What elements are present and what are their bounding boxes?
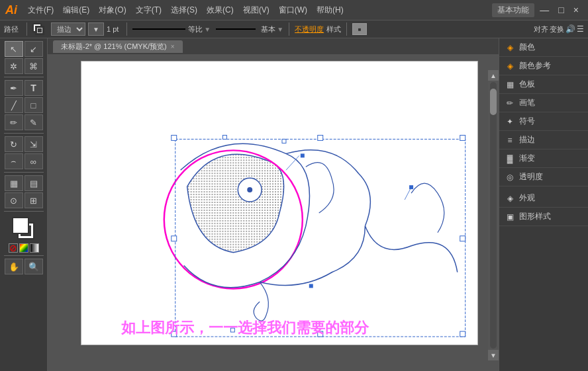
- transparency-icon: ◎: [505, 172, 515, 183]
- fill-swatch[interactable]: [12, 217, 29, 234]
- scroll-thumb[interactable]: [490, 89, 497, 115]
- column-graph-tool[interactable]: ▦: [5, 175, 23, 191]
- tool-row-3: ✒ T: [5, 80, 43, 96]
- warp-tool[interactable]: ⌢: [5, 153, 23, 169]
- tools-panel: ↖ ↙ ✲ ⌘ ✒ T ╱ □ ✏ ✎ ↻ ⇲ ⌢ ∞ ▦: [0, 38, 48, 371]
- panel-graphic-styles[interactable]: ▣ 图形样式: [499, 208, 588, 226]
- pencil-tool[interactable]: ✎: [24, 114, 43, 130]
- color-swatches: ⊘: [9, 217, 39, 253]
- tab-close-button[interactable]: ×: [171, 43, 175, 50]
- gradient-btn[interactable]: [30, 243, 39, 253]
- svg-rect-8: [172, 236, 177, 241]
- rotate-tool[interactable]: ↻: [5, 136, 23, 152]
- close-button[interactable]: ×: [569, 5, 583, 15]
- toolbar-separator-4: [346, 22, 347, 36]
- svg-rect-5: [172, 135, 177, 140]
- hand-tool[interactable]: ✋: [5, 259, 23, 274]
- base-label: 基本: [261, 24, 275, 34]
- maximize-button[interactable]: □: [554, 5, 567, 15]
- stroke-options-icon[interactable]: ▼: [88, 22, 104, 36]
- panel-transparency-label: 透明度: [519, 171, 543, 183]
- menu-view[interactable]: 视图(V): [239, 3, 273, 17]
- symbol-tool[interactable]: ⊙: [5, 192, 23, 208]
- color-mode-btn[interactable]: [19, 243, 28, 253]
- tool-row-6: ↻ ⇲: [5, 136, 43, 152]
- text-tool[interactable]: T: [24, 80, 43, 96]
- scroll-down-button[interactable]: ▼: [488, 350, 499, 360]
- ratio-label: 等比: [188, 24, 203, 34]
- panel-color[interactable]: ◈ 颜色: [499, 38, 588, 57]
- shape-tool[interactable]: □: [24, 97, 43, 113]
- menu-bar: Ai 文件(F) 编辑(E) 对象(O) 文字(T) 选择(S) 效果(C) 视…: [0, 0, 588, 20]
- panel-brushes[interactable]: ✏ 画笔: [499, 94, 588, 112]
- menu-effect[interactable]: 效果(C): [203, 3, 238, 17]
- color-guide-icon: ◈: [505, 61, 515, 71]
- panel-appearance[interactable]: ◈ 外观: [499, 189, 588, 208]
- panel-gradient[interactable]: ▓ 渐变: [499, 149, 588, 168]
- minimize-button[interactable]: —: [536, 5, 553, 15]
- panel-swatches[interactable]: ▦ 色板: [499, 75, 588, 94]
- tool-row-7: ⌢ ∞: [5, 153, 43, 169]
- color-icon: ◈: [505, 42, 515, 53]
- line-tool[interactable]: ╱: [5, 97, 23, 113]
- align-label: 对齐: [534, 24, 548, 34]
- magic-wand-tool[interactable]: ✲: [5, 58, 23, 74]
- scale-tool[interactable]: ⇲: [24, 136, 43, 152]
- gradient-panel-icon: ▓: [505, 153, 515, 164]
- tool-row-9: ⊙ ⊞: [5, 192, 43, 208]
- none-swatch[interactable]: ⊘: [9, 243, 18, 253]
- tool-row-1: ↖ ↙: [5, 41, 43, 57]
- svg-rect-7: [460, 135, 466, 140]
- base-arrow: ▼: [277, 26, 283, 33]
- opacity-link[interactable]: 不透明度: [295, 24, 324, 34]
- svg-rect-15: [301, 153, 305, 157]
- more-icon[interactable]: ☰: [577, 24, 584, 34]
- swatch-extras: ⊘: [9, 243, 39, 253]
- stroke-color-icon[interactable]: [32, 23, 47, 35]
- workspace-selector[interactable]: 基本功能: [492, 3, 534, 17]
- path-label: 路径: [4, 24, 19, 34]
- svg-rect-6: [318, 135, 323, 140]
- fill-stroke-swatch[interactable]: [12, 217, 36, 241]
- artboard-tool[interactable]: ⊞: [24, 192, 43, 208]
- svg-rect-12: [460, 331, 466, 337]
- panel-color-guide[interactable]: ◈ 颜色参考: [499, 57, 588, 75]
- panel-stroke[interactable]: ≡ 描边: [499, 131, 588, 149]
- document-tab-bar: 未标题-2* @ 121% (CMYK/预览) ×: [48, 38, 499, 54]
- blend-tool[interactable]: ∞: [24, 153, 43, 169]
- menu-window[interactable]: 窗口(W): [275, 3, 311, 17]
- scroll-track[interactable]: [490, 82, 497, 349]
- panel-stroke-label: 描边: [519, 134, 535, 145]
- canvas-wrapper[interactable]: 如上图所示，一一选择我们需要的部分 ▲ ▼: [48, 54, 499, 371]
- tab-title: 未标题-2* @ 121% (CMYK/预览): [61, 42, 167, 52]
- menu-object[interactable]: 对象(O): [95, 3, 130, 17]
- panel-gradient-label: 渐变: [519, 153, 535, 164]
- caption-text: 如上图所示，一一选择我们需要的部分: [121, 318, 369, 338]
- zoom-tool[interactable]: 🔍: [24, 259, 43, 274]
- menu-file[interactable]: 文件(F): [24, 3, 58, 17]
- menu-help[interactable]: 帮助(H): [313, 3, 348, 17]
- style-preview[interactable]: ■: [352, 23, 367, 35]
- stroke-panel-icon: ≡: [505, 135, 515, 145]
- svg-point-3: [247, 187, 252, 192]
- swatches-icon: ▦: [505, 79, 515, 90]
- paintbrush-tool[interactable]: ✏: [5, 114, 23, 130]
- panel-symbols[interactable]: ✦ 符号: [499, 112, 588, 131]
- menu-text[interactable]: 文字(T): [132, 3, 166, 17]
- selection-tool[interactable]: ↖: [5, 41, 23, 57]
- document-canvas[interactable]: 如上图所示，一一选择我们需要的部分: [81, 61, 478, 345]
- panel-transparency[interactable]: ◎ 透明度: [499, 168, 588, 186]
- scroll-up-button[interactable]: ▲: [488, 70, 499, 81]
- base-selector[interactable]: 基本 ▼: [261, 24, 283, 34]
- menu-edit[interactable]: 编辑(E): [59, 3, 93, 17]
- pen-tool[interactable]: ✒: [5, 80, 23, 96]
- expand-icon[interactable]: 🔊: [565, 24, 575, 34]
- options-toolbar: 路径 描边 ▼ 1 pt 等比 ▼ 基本 ▼ 不透明度 样式 ■ 对齐 变换 🔊…: [0, 20, 588, 38]
- menu-select[interactable]: 选择(S): [167, 3, 201, 17]
- document-tab[interactable]: 未标题-2* @ 121% (CMYK/预览) ×: [53, 40, 183, 53]
- vertical-scrollbar[interactable]: ▲ ▼: [488, 70, 499, 360]
- stroke-type-select[interactable]: 描边: [51, 22, 85, 36]
- lasso-tool[interactable]: ⌘: [24, 58, 43, 74]
- bar-graph-tool[interactable]: ▤: [24, 175, 43, 191]
- direct-selection-tool[interactable]: ↙: [24, 41, 43, 57]
